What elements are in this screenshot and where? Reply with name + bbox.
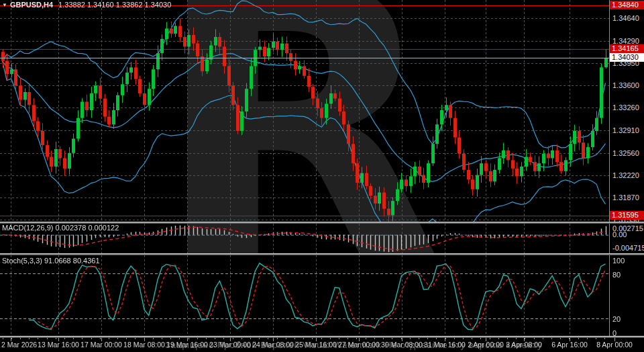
price-tick-label: 1.31870 bbox=[612, 193, 639, 202]
watermark-trial-text: Защищено Пробной Версией Visual Watermar… bbox=[165, 340, 543, 350]
time-label: 17 Mar 00:00 bbox=[80, 341, 122, 349]
price-tick-label: 1.33600 bbox=[612, 81, 639, 89]
time-label: 8 Apr 00:00 bbox=[596, 341, 633, 349]
stoch-panel-canvas[interactable] bbox=[0, 255, 609, 337]
time-label: 2 Mar 2026 bbox=[1, 341, 37, 349]
ohlc-readout: 1.33882 1.34160 1.33862 1.34030 bbox=[58, 1, 171, 9]
stoch-tick-label: 80 bbox=[612, 271, 621, 279]
symbol-label: GBPUSD,H4 bbox=[10, 1, 53, 9]
price-tick-label: 1.32910 bbox=[612, 126, 639, 134]
chevron-down-icon[interactable]: ▼ bbox=[2, 2, 7, 8]
price-axis: 1.346401.342901.339501.336001.332601.329… bbox=[610, 0, 644, 222]
panel-separator-stoch[interactable] bbox=[0, 253, 644, 255]
panel-separator-bottom bbox=[0, 336, 644, 338]
stoch-tick-label: 100 bbox=[612, 257, 625, 265]
stoch-indicator-label: Stoch(5,3,3) 91.0668 80.4361 bbox=[2, 257, 100, 265]
time-label: 13 Mar 16:00 bbox=[38, 341, 79, 349]
price-tick-label: 1.32220 bbox=[612, 171, 639, 179]
price-level-badge: 1.34840 bbox=[610, 1, 644, 9]
macd-tick-label: 0.00 bbox=[612, 230, 627, 238]
stoch-tick-label: 20 bbox=[612, 315, 621, 323]
time-label: 18 Mar 08:00 bbox=[123, 341, 165, 349]
price-tick-label: 1.32560 bbox=[612, 149, 639, 157]
stoch-axis: 10080200 bbox=[610, 253, 644, 336]
price-tick-label: 1.34640 bbox=[612, 14, 639, 22]
macd-axis: 0.0027150.00-0.004715 bbox=[610, 222, 644, 253]
macd-indicator-label: MACD(12,26,9) 0.002378 0.000122 bbox=[2, 224, 119, 232]
current-price-badge: 1.34030 bbox=[610, 53, 644, 62]
main-chart-canvas[interactable] bbox=[0, 0, 609, 222]
time-label: 6 Apr 16:00 bbox=[551, 341, 588, 349]
macd-tick-label: -0.004715 bbox=[612, 244, 644, 252]
stoch-tick-label: 0 bbox=[612, 329, 616, 337]
price-level-badge: 1.31595 bbox=[610, 211, 644, 220]
price-level-badge: 1.34165 bbox=[610, 44, 644, 53]
price-tick-label: 1.33260 bbox=[612, 103, 639, 112]
symbol-bar: ▼GBPUSD,H41.33882 1.34160 1.33862 1.3403… bbox=[2, 1, 171, 9]
chart-window: R ▼GBPUSD,H41.33882 1.34160 1.33862 1.34… bbox=[0, 0, 644, 352]
price-tick-label: 1.34290 bbox=[612, 37, 639, 45]
